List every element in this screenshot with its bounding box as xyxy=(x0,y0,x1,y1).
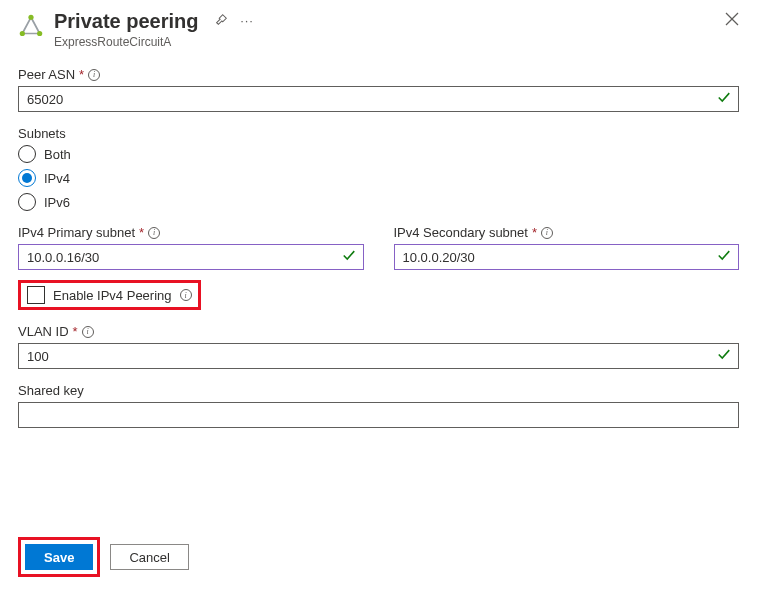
radio-icon xyxy=(18,193,36,211)
subnet-option-both[interactable]: Both xyxy=(18,145,739,163)
radio-label: Both xyxy=(44,147,71,162)
subnets-label: Subnets xyxy=(18,126,739,141)
cancel-button[interactable]: Cancel xyxy=(110,544,188,570)
footer-actions: Save Cancel xyxy=(18,537,189,577)
enable-ipv4-peering-checkbox-row[interactable]: Enable IPv4 Peering i xyxy=(27,286,192,304)
svg-point-0 xyxy=(28,15,33,20)
info-icon[interactable]: i xyxy=(88,69,100,81)
svg-point-1 xyxy=(37,31,42,36)
vlan-id-input[interactable] xyxy=(18,343,739,369)
shared-key-input[interactable] xyxy=(18,402,739,428)
peer-asn-group: Peer ASN * i xyxy=(18,67,739,112)
radio-icon xyxy=(18,145,36,163)
ipv4-secondary-label-text: IPv4 Secondary subnet xyxy=(394,225,528,240)
more-icon[interactable]: ··· xyxy=(240,13,254,30)
vlan-id-label: VLAN ID * i xyxy=(18,324,739,339)
ipv4-primary-input[interactable] xyxy=(18,244,364,270)
radio-icon xyxy=(18,169,36,187)
peer-asn-label-text: Peer ASN xyxy=(18,67,75,82)
ipv4-primary-label: IPv4 Primary subnet * i xyxy=(18,225,364,240)
vlan-id-label-text: VLAN ID xyxy=(18,324,69,339)
subnet-option-ipv4[interactable]: IPv4 xyxy=(18,169,739,187)
peer-asn-input[interactable] xyxy=(18,86,739,112)
peering-icon xyxy=(18,14,44,40)
shared-key-label: Shared key xyxy=(18,383,739,398)
subnet-option-ipv6[interactable]: IPv6 xyxy=(18,193,739,211)
ipv4-secondary-label: IPv4 Secondary subnet * i xyxy=(394,225,740,240)
required-indicator: * xyxy=(79,67,84,82)
info-icon[interactable]: i xyxy=(541,227,553,239)
svg-point-2 xyxy=(20,31,25,36)
info-icon[interactable]: i xyxy=(82,326,94,338)
required-indicator: * xyxy=(139,225,144,240)
vlan-id-group: VLAN ID * i xyxy=(18,324,739,369)
highlight-annotation: Enable IPv4 Peering i xyxy=(18,280,201,310)
ipv4-secondary-group: IPv4 Secondary subnet * i xyxy=(394,225,740,270)
breadcrumb-subtitle: ExpressRouteCircuitA xyxy=(54,35,739,49)
info-icon[interactable]: i xyxy=(148,227,160,239)
ipv4-primary-group: IPv4 Primary subnet * i xyxy=(18,225,364,270)
ipv4-primary-label-text: IPv4 Primary subnet xyxy=(18,225,135,240)
checkbox-icon xyxy=(27,286,45,304)
ipv4-secondary-input[interactable] xyxy=(394,244,740,270)
required-indicator: * xyxy=(532,225,537,240)
subnets-group: Subnets Both IPv4 IPv6 xyxy=(18,126,739,211)
shared-key-group: Shared key xyxy=(18,383,739,428)
enable-ipv4-peering-label: Enable IPv4 Peering xyxy=(53,288,172,303)
pin-icon[interactable] xyxy=(214,13,228,30)
blade-header: Private peering ··· ExpressRouteCircuitA xyxy=(18,10,739,49)
peer-asn-label: Peer ASN * i xyxy=(18,67,739,82)
highlight-annotation: Save xyxy=(18,537,100,577)
subnets-radio-group: Both IPv4 IPv6 xyxy=(18,145,739,211)
radio-label: IPv6 xyxy=(44,195,70,210)
close-button[interactable] xyxy=(725,12,739,30)
enable-ipv4-peering-group: Enable IPv4 Peering i xyxy=(18,280,739,310)
save-button[interactable]: Save xyxy=(25,544,93,570)
radio-label: IPv4 xyxy=(44,171,70,186)
page-title: Private peering xyxy=(54,10,199,33)
ipv4-subnet-row: IPv4 Primary subnet * i IPv4 Secondary s… xyxy=(18,225,739,270)
required-indicator: * xyxy=(73,324,78,339)
info-icon[interactable]: i xyxy=(180,289,192,301)
